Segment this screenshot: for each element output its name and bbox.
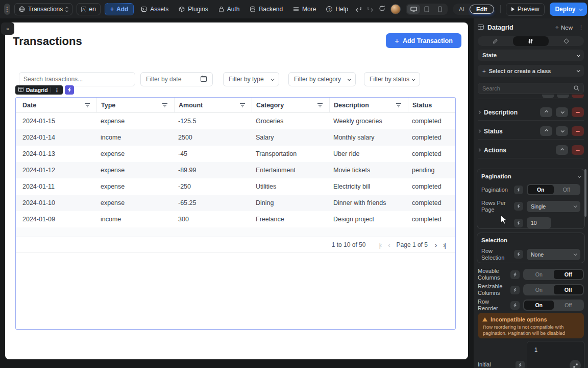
last-page-icon[interactable]: ›| bbox=[443, 241, 445, 249]
edit-tab[interactable]: Edit bbox=[470, 5, 494, 14]
backend-button[interactable]: Backend bbox=[247, 6, 286, 13]
column-header-description[interactable]: Description bbox=[329, 98, 408, 113]
language-selector[interactable]: A en bbox=[77, 3, 101, 15]
panel-scrollbar[interactable] bbox=[584, 169, 586, 217]
tab-edit-pencil[interactable] bbox=[478, 36, 513, 46]
transactions-datagrid[interactable]: Date Type Amount Category bbox=[15, 97, 456, 330]
undo-icon[interactable] bbox=[355, 6, 362, 13]
move-down-button[interactable] bbox=[556, 126, 568, 136]
state-label: State bbox=[482, 52, 497, 58]
badge-menu-icon[interactable]: ⋮ bbox=[54, 87, 61, 93]
expand-editor-icon[interactable] bbox=[570, 360, 581, 368]
toggle-off[interactable]: Off bbox=[554, 285, 583, 294]
tab-styles-diamond[interactable] bbox=[549, 36, 584, 46]
table-row[interactable]: 2024-01-11expense-250UtilitiesElectricit… bbox=[16, 178, 455, 195]
field-row-description[interactable]: Description bbox=[478, 104, 584, 121]
filter-funnel-icon[interactable] bbox=[84, 102, 90, 109]
filter-by-status-select[interactable]: Filter by status bbox=[364, 72, 420, 86]
add-transaction-button[interactable]: + Add Transaction bbox=[386, 33, 461, 48]
tab-settings-sliders[interactable] bbox=[513, 36, 548, 46]
filter-funnel-icon[interactable] bbox=[396, 102, 402, 109]
state-dropdown[interactable]: State bbox=[478, 50, 584, 61]
bind-icon[interactable] bbox=[514, 186, 523, 194]
filter-by-type-select[interactable]: Filter by type bbox=[223, 72, 279, 86]
more-button[interactable]: More bbox=[290, 6, 319, 13]
deploy-button[interactable]: Deploy bbox=[550, 3, 587, 16]
filter-funnel-icon[interactable] bbox=[162, 102, 168, 109]
column-header-status[interactable]: Status bbox=[408, 98, 455, 113]
toggle-on[interactable]: On bbox=[524, 285, 554, 294]
row-selection-select[interactable]: None bbox=[527, 249, 580, 260]
table-row[interactable]: 2024-01-15expense-125.5GroceriesWeekly g… bbox=[16, 113, 455, 129]
table-row[interactable]: 2024-01-13expense-45TransportationUber r… bbox=[16, 146, 455, 162]
movable-columns-row: Movable Columns On Off bbox=[478, 268, 584, 281]
toggle-off[interactable]: Off bbox=[554, 301, 583, 310]
table-row[interactable]: 2024-01-10expense-65.25DiningDinner with… bbox=[16, 195, 455, 211]
inspector-search[interactable] bbox=[478, 83, 584, 94]
help-button[interactable]: ? Help bbox=[323, 6, 351, 13]
remove-button[interactable] bbox=[572, 145, 584, 155]
assets-button[interactable]: Assets bbox=[138, 6, 172, 13]
remove-button[interactable] bbox=[572, 126, 584, 136]
toggle-on[interactable]: On bbox=[528, 185, 554, 194]
app-menu-button[interactable]: ⋮ bbox=[4, 4, 10, 15]
field-row-status[interactable]: Status bbox=[478, 123, 584, 140]
bind-icon[interactable] bbox=[514, 219, 523, 227]
prev-page-icon[interactable]: ‹ bbox=[388, 241, 389, 249]
move-up-button[interactable] bbox=[540, 126, 552, 136]
bind-icon[interactable] bbox=[514, 250, 523, 259]
toggle-off[interactable]: Off bbox=[554, 185, 580, 194]
bind-icon[interactable] bbox=[510, 301, 520, 310]
refresh-icon[interactable] bbox=[379, 5, 385, 13]
field-row-actions[interactable]: Actions bbox=[478, 142, 584, 158]
rows-per-page-mode-select[interactable]: Single bbox=[527, 201, 580, 212]
chevron-down-icon[interactable] bbox=[578, 174, 581, 178]
add-button[interactable]: + Add bbox=[105, 3, 134, 15]
inspector-search-input[interactable] bbox=[482, 85, 559, 91]
filter-funnel-icon[interactable] bbox=[317, 102, 323, 109]
plugins-button[interactable]: Plugins bbox=[176, 6, 211, 13]
redo-icon[interactable] bbox=[367, 6, 374, 13]
next-page-icon[interactable]: › bbox=[435, 241, 436, 249]
bind-icon[interactable] bbox=[516, 361, 525, 368]
remove-button[interactable] bbox=[572, 107, 584, 117]
user-avatar[interactable] bbox=[390, 4, 401, 14]
bind-icon[interactable] bbox=[510, 270, 520, 279]
ai-bind-button[interactable] bbox=[65, 85, 74, 95]
move-up-button[interactable] bbox=[556, 145, 568, 155]
bind-icon[interactable] bbox=[510, 286, 520, 294]
column-header-date[interactable]: Date bbox=[16, 98, 96, 113]
ai-tab[interactable]: AI bbox=[454, 5, 470, 13]
page-size-input[interactable]: 10 bbox=[527, 217, 551, 228]
filter-by-category-select[interactable]: Filter by category bbox=[288, 72, 356, 86]
move-down-button[interactable] bbox=[556, 107, 568, 117]
tablet-icon[interactable] bbox=[420, 5, 433, 14]
column-header-type[interactable]: Type bbox=[96, 98, 174, 113]
new-button[interactable]: ✧ New bbox=[555, 25, 573, 31]
table-row[interactable]: 2024-01-12expense-89.99EntertainmentMovi… bbox=[16, 162, 455, 178]
desktop-icon[interactable] bbox=[407, 5, 420, 14]
toggle-on[interactable]: On bbox=[524, 301, 554, 310]
column-header-amount[interactable]: Amount bbox=[174, 98, 252, 113]
table-row[interactable]: 2024-01-09income300FreelanceDesign proje… bbox=[16, 211, 455, 227]
table-row[interactable]: 2024-01-14income2500SalaryMonthly salary… bbox=[16, 129, 455, 146]
first-page-icon[interactable]: |‹ bbox=[379, 241, 381, 249]
bind-icon[interactable] bbox=[514, 202, 523, 211]
toggle-off[interactable]: Off bbox=[554, 270, 583, 279]
column-header-category[interactable]: Category bbox=[252, 98, 329, 113]
filter-by-date-button[interactable]: Filter by date bbox=[140, 72, 213, 86]
movable-columns-toggle: On Off bbox=[523, 269, 584, 280]
auth-button[interactable]: Auth bbox=[215, 6, 243, 13]
page-selector[interactable]: Transactions bbox=[14, 3, 72, 15]
phone-icon[interactable] bbox=[433, 5, 447, 14]
filter-funnel-icon[interactable] bbox=[239, 102, 246, 109]
chevron-updown-icon bbox=[66, 7, 68, 12]
sidebar-expand-tab[interactable]: » bbox=[1, 22, 14, 35]
inspector-menu-icon[interactable]: ⋮ bbox=[576, 25, 584, 31]
preview-button[interactable]: Preview bbox=[506, 3, 545, 16]
class-selector[interactable]: + Select or create a class bbox=[478, 65, 584, 77]
datagrid-badge[interactable]: Datagrid ⋮ bbox=[15, 85, 63, 95]
move-up-button[interactable] bbox=[540, 107, 552, 117]
toggle-on[interactable]: On bbox=[524, 270, 554, 279]
search-transactions-input[interactable] bbox=[19, 72, 135, 86]
